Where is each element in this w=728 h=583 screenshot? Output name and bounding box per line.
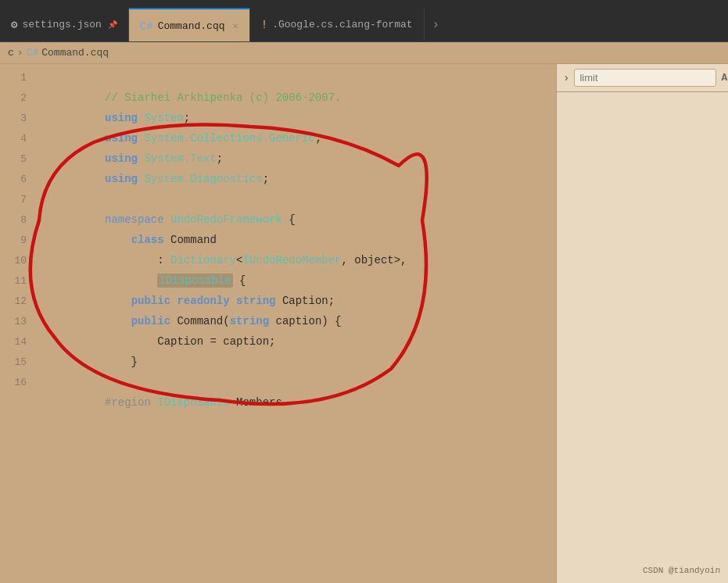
code-line-14: 14 } [0,331,556,352]
tab-command[interactable]: C# Command.cqq ✕ [129,8,250,41]
find-chevron-icon[interactable]: › [563,72,569,84]
line-num-14: 14 [0,332,39,352]
line-num-9: 9 [0,231,39,251]
tab-clang[interactable]: ! .Google.cs.clang-format [250,8,425,41]
find-input[interactable] [574,69,716,87]
pin-icon: 📌 [108,20,117,30]
tab-command-close[interactable]: ✕ [233,20,238,32]
line-num-8: 8 [0,210,39,231]
tab-clang-label: .Google.cs.clang-format [272,19,412,30]
code-line-13: 13 Caption = caption; [0,311,556,331]
line-num-13: 13 [0,312,39,332]
title-bar [0,0,728,8]
code-line-9: 9 : Dictionary<IUndoRedoMember, object>, [0,230,556,250]
code-line-10: 10 IDisposable { [0,250,556,270]
line-num-1: 1 [0,68,39,88]
code-line-12: 12 public Command(string caption) { [0,291,556,311]
settings-icon: ⚙ [11,18,17,31]
code-line-4: 4 using System.Text; [0,128,556,148]
line-num-10: 10 [0,251,39,271]
code-line-11: 11 public readonly string Caption; [0,270,556,291]
breadcrumb-sep: › [17,47,23,59]
editor-area: 1 // Siarhei Arkhipenka (c) 2006-2007. 2… [0,64,728,583]
line-num-16: 16 [0,373,39,393]
right-panel: › Aa [556,64,728,583]
code-lines: 1 // Siarhei Arkhipenka (c) 2006-2007. 2… [0,64,556,395]
line-num-7: 7 [0,190,39,210]
line-num-4: 4 [0,129,39,149]
tab-settings[interactable]: ⚙ settings.json 📌 [0,8,129,41]
line-num-15: 15 [0,352,39,373]
breadcrumb-item-command: Command.cqq [41,47,109,59]
line-content-6 [39,169,556,189]
line-num-3: 3 [0,109,39,129]
tab-command-label: Command.cqq [158,20,225,32]
tab-more-button[interactable]: › [425,8,448,41]
code-line-16: 16 #region IDisposable Members [0,372,556,392]
line-content-16: #region IDisposable Members [39,372,556,433]
find-bar: › Aa [557,64,728,92]
code-line-3: 3 using System.Collections.Generic; [0,108,556,128]
code-line-6: 6 [0,169,556,189]
line-num-2: 2 [0,88,39,109]
line-content-15 [39,352,556,372]
csharp-icon: C# [140,20,153,33]
code-line-15: 15 [0,352,556,372]
line-num-11: 11 [0,271,39,292]
code-editor[interactable]: 1 // Siarhei Arkhipenka (c) 2006-2007. 2… [0,64,556,583]
code-line-8: 8 class Command [0,209,556,230]
line-num-12: 12 [0,292,39,312]
code-line-2: 2 using System; [0,88,556,108]
code-line-5: 5 using System.Diagnostics; [0,148,556,169]
find-aa-button[interactable]: Aa [721,72,728,84]
line-num-6: 6 [0,170,39,190]
breadcrumb-item-c: c [8,47,14,59]
tab-settings-label: settings.json [22,19,101,30]
tab-bar: ⚙ settings.json 📌 C# Command.cqq ✕ ! .Go… [0,8,728,42]
breadcrumb-csharp-icon: C# [27,47,39,59]
code-line-1: 1 // Siarhei Arkhipenka (c) 2006-2007. [0,67,556,88]
warning-icon: ! [261,19,267,31]
line-num-5: 5 [0,149,39,170]
code-line-7: 7 namespace UndoRedoFramework { [0,189,556,209]
watermark: CSDN @tiandyoin [643,566,720,575]
breadcrumb: c › C# Command.cqq [0,42,728,64]
